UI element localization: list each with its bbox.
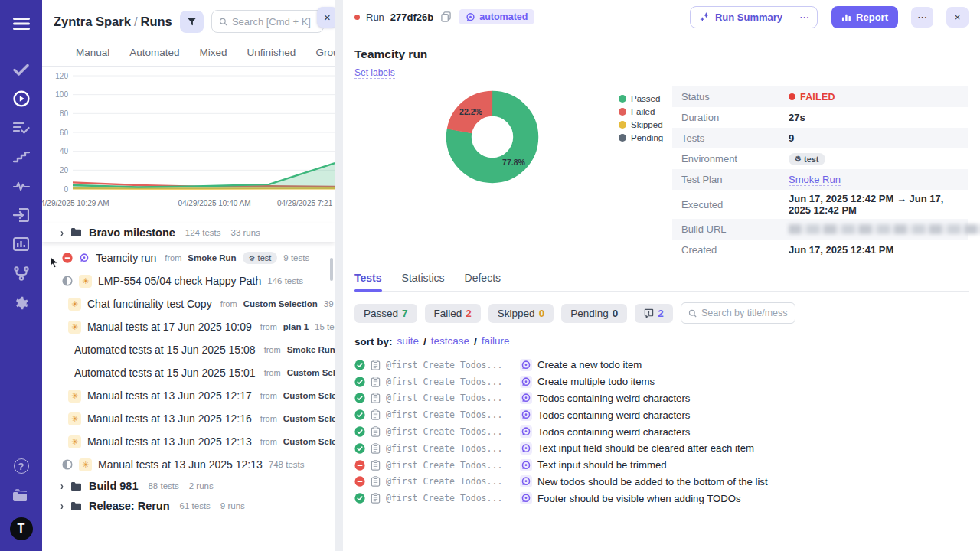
detail-close-button[interactable]: ×	[946, 7, 969, 28]
filter-pill-pending[interactable]: Pending0	[561, 304, 627, 323]
filter-pill-failed[interactable]: Failed2	[425, 304, 481, 323]
run-row[interactable]: ✳ Manual tests at 13 Jun 2025 12:13fromC…	[42, 430, 335, 453]
branches-icon[interactable]	[0, 259, 42, 288]
settings-icon[interactable]	[0, 288, 42, 317]
test-row[interactable]: @first Create Todos... Text input should…	[354, 457, 969, 474]
report-button[interactable]: Report	[831, 6, 898, 28]
sort-option-testcase[interactable]: testcase	[431, 335, 469, 347]
test-row[interactable]: @first Create Todos... Todos containing …	[354, 390, 969, 407]
runs-filter-tab[interactable]: Manual	[76, 47, 109, 58]
folder-runs-count: 33 runs	[231, 228, 260, 237]
bar-chart-icon	[841, 12, 851, 22]
manual-run-icon: ✳	[68, 298, 81, 311]
runs-filter-tab[interactable]: Mixed	[200, 47, 227, 58]
test-plans-icon[interactable]	[0, 113, 42, 142]
run-row[interactable]: Automated tests at 15 Jun 2025 15:08from…	[42, 338, 335, 361]
run-row[interactable]: ✳ LMP-554 05/04 check Happy Path146 test…	[42, 269, 335, 292]
test-row[interactable]: @first Create Todos... Todos containing …	[354, 406, 969, 423]
runs-filter-tab[interactable]: Unfinished	[247, 47, 296, 58]
automated-icon	[521, 360, 531, 370]
analytics-icon[interactable]	[0, 230, 42, 259]
run-plan-name: Custom Selection	[283, 391, 335, 400]
pill-label: Skipped	[498, 308, 535, 319]
automated-icon	[521, 377, 531, 387]
runs-filter-tab[interactable]: Groups	[315, 47, 335, 58]
svg-text:100: 100	[55, 90, 68, 99]
test-row[interactable]: @first Create Todos... Create a new todo…	[354, 357, 969, 373]
info-row: Duration27s	[672, 107, 968, 128]
passed-icon	[354, 360, 365, 370]
close-panel-button[interactable]: ×	[317, 7, 335, 28]
run-plan-name: Custom Selection	[287, 368, 335, 377]
svg-text:04/29/2025 10:29 AM: 04/29/2025 10:29 AM	[42, 199, 109, 207]
run-from-label: from	[165, 253, 181, 262]
chevron-right-icon[interactable]: ›	[60, 480, 64, 493]
test-row[interactable]: @first Create Todos... Footer should be …	[354, 490, 969, 507]
workspace-logo[interactable]: T	[10, 517, 33, 540]
test-row[interactable]: @first Create Todos... Text input field …	[354, 440, 969, 457]
tests-search[interactable]	[681, 302, 795, 324]
info-value: Jun 17, 2025 12:41 PM	[789, 244, 893, 256]
tests-icon[interactable]	[0, 55, 42, 84]
run-row[interactable]: Automated tests at 15 Jun 2025 15:01from…	[42, 361, 335, 384]
projects-icon[interactable]	[0, 481, 42, 510]
set-labels-link[interactable]: Set labels	[354, 67, 395, 79]
test-row[interactable]: @first Create Todos... New todos should …	[354, 474, 969, 491]
folder-row[interactable]: › Bravo milestone 124 tests 33 runs	[42, 223, 335, 242]
tests-search-input[interactable]	[701, 308, 788, 318]
test-row[interactable]: @first Create Todos... Todos containing …	[354, 423, 969, 440]
tab-statistics[interactable]: Statistics	[402, 272, 445, 291]
folder-name: Bravo milestone	[89, 227, 175, 239]
legend-dot	[619, 121, 626, 129]
scrollbar-thumb[interactable]	[330, 258, 333, 281]
test-plan-link[interactable]: Smoke Run	[789, 174, 841, 186]
test-title: Todos containing weird characters	[537, 409, 690, 421]
tab-defects[interactable]: Defects	[465, 272, 501, 291]
run-plan-name: Custom Selection	[243, 299, 318, 308]
sort-separator: /	[423, 336, 426, 347]
run-row[interactable]: ✳ Manual tests at 13 Jun 2025 12:17fromC…	[42, 384, 335, 407]
folder-row[interactable]: › Build 981 88 tests 2 runs	[42, 476, 335, 496]
chevron-right-icon[interactable]: ›	[60, 226, 64, 239]
test-suite-path: @first Create Todos...	[386, 393, 514, 403]
run-summary-button[interactable]: Run Summary	[691, 7, 792, 28]
run-label: Run	[366, 11, 384, 23]
test-title: Text input should be trimmed	[537, 459, 667, 471]
detail-tabs: TestsStatisticsDefects	[354, 272, 969, 292]
sort-option-failure[interactable]: failure	[482, 335, 510, 347]
folder-row[interactable]: › Release: Rerun 61 tests 9 runs	[42, 496, 335, 516]
legend-dot	[619, 108, 626, 116]
run-row[interactable]: ✳ Manual tests at 13 Jun 2025 12:16fromC…	[42, 407, 335, 430]
test-row[interactable]: @first Create Todos... Create multiple t…	[354, 373, 969, 390]
search-icon	[219, 17, 227, 27]
milestones-icon[interactable]	[0, 142, 42, 171]
filter-pill-passed[interactable]: Passed7	[354, 304, 417, 323]
copy-run-id-button[interactable]	[441, 11, 451, 22]
run-row[interactable]: Teamcity runfromSmoke Run⚙test9 tests	[42, 246, 335, 269]
breadcrumb-project[interactable]: Zyntra Spark	[54, 15, 131, 28]
filter-pill-comment[interactable]: 2	[635, 304, 673, 323]
sort-option-suite[interactable]: suite	[397, 335, 420, 347]
pulse-icon[interactable]	[0, 171, 42, 201]
filter-pill-skipped[interactable]: Skipped0	[488, 304, 554, 323]
menu-icon[interactable]	[0, 9, 42, 38]
runs-filter-tab[interactable]: Automated	[129, 47, 179, 58]
runs-icon[interactable]	[0, 84, 42, 113]
filter-button[interactable]	[180, 11, 204, 33]
automated-badge[interactable]: automated	[459, 9, 534, 24]
runs-search[interactable]	[211, 10, 324, 33]
runs-search-input[interactable]	[232, 16, 316, 28]
help-icon[interactable]: ?	[0, 452, 42, 481]
run-row[interactable]: ✳ Manual tests at 13 Jun 2025 12:13748 t…	[42, 453, 335, 476]
tab-tests[interactable]: Tests	[354, 272, 382, 291]
detail-more-button[interactable]: ⋯	[911, 7, 933, 28]
chevron-right-icon[interactable]: ›	[60, 500, 64, 513]
run-row[interactable]: ✳ Chat functinality test CopyfromCustom …	[42, 292, 335, 315]
passed-icon	[354, 493, 365, 504]
automated-icon	[466, 12, 475, 22]
run-from-label: from	[264, 368, 281, 377]
passed-icon	[354, 393, 365, 403]
run-row[interactable]: ✳ Manual tests at 17 Jun 2025 10:09fromp…	[42, 315, 335, 338]
import-icon[interactable]	[0, 201, 42, 230]
run-summary-more-button[interactable]: ⋯	[792, 7, 817, 28]
